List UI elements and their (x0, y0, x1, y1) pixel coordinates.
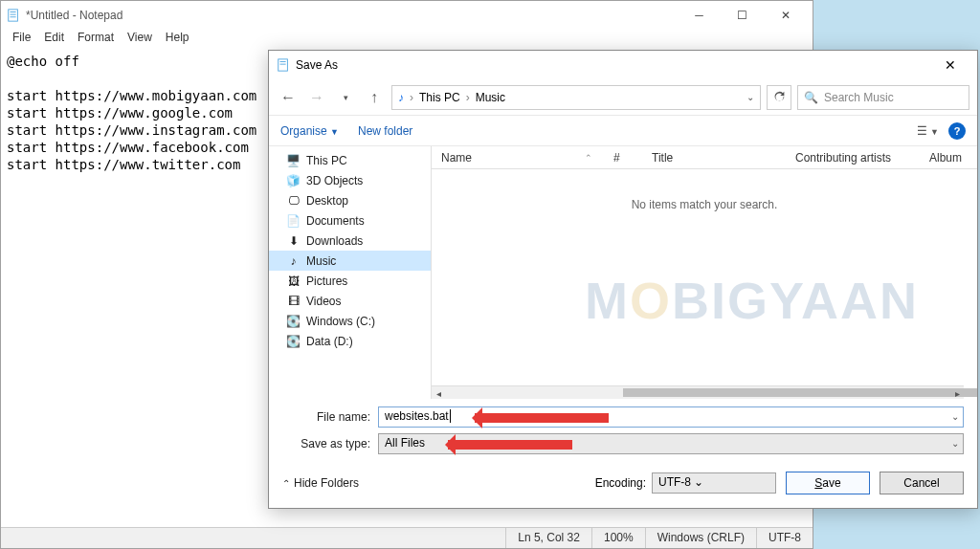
empty-message: No items match your search. (432, 198, 977, 211)
encoding-label: Encoding: (595, 476, 646, 490)
saveas-title: Save As (296, 58, 338, 72)
status-zoom: 100% (591, 528, 645, 548)
save-button[interactable]: Save (786, 472, 870, 494)
nav-forward-button[interactable]: → (305, 86, 328, 109)
notepad-titlebar[interactable]: *Untitled - Notepad ─ ☐ ✕ (1, 1, 813, 30)
breadcrumb-root[interactable]: This PC (419, 91, 460, 104)
minimize-button[interactable]: ─ (678, 1, 721, 30)
scroll-right-icon[interactable]: ▸ (950, 386, 964, 399)
pictures-icon: 🖼 (286, 274, 301, 288)
folder-tree[interactable]: 🖥️This PC🧊3D Objects🖵Desktop📄Documents⬇D… (269, 146, 432, 399)
chevron-up-icon: ⌃ (282, 478, 290, 489)
hide-folders-button[interactable]: ⌃ Hide Folders (282, 476, 359, 490)
scroll-thumb[interactable] (623, 388, 977, 397)
col-artists[interactable]: Contributing artists (786, 151, 920, 165)
tree-item-3d-objects[interactable]: 🧊3D Objects (269, 170, 431, 190)
chevron-down-icon[interactable]: ⌄ (694, 475, 703, 489)
saveas-toolbar: Organise ▼ New folder ☰ ▼ ? (269, 116, 977, 146)
maximize-button[interactable]: ☐ (721, 1, 764, 30)
menu-edit[interactable]: Edit (38, 30, 70, 49)
search-input[interactable]: 🔍 Search Music (797, 85, 969, 110)
saveas-form: File name: websites.bat ⌄ Save as type: … (269, 399, 977, 464)
tree-item-pictures[interactable]: 🖼Pictures (269, 271, 431, 291)
downloads-icon: ⬇ (286, 233, 301, 248)
tree-item-windows-c-[interactable]: 💽Windows (C:) (269, 311, 431, 331)
notepad-title: *Untitled - Notepad (26, 9, 122, 22)
nav-back-button[interactable]: ← (277, 86, 300, 109)
col-number[interactable]: # (604, 151, 642, 165)
menu-help[interactable]: Help (160, 30, 195, 49)
notepad-icon (7, 9, 20, 22)
music-icon: ♪ (398, 91, 404, 104)
menu-view[interactable]: View (122, 30, 158, 49)
tree-item-desktop[interactable]: 🖵Desktop (269, 190, 431, 210)
notepad-icon (277, 58, 290, 72)
chevron-right-icon: › (410, 91, 413, 104)
tree-item-downloads[interactable]: ⬇Downloads (269, 231, 431, 251)
tree-item-label: Downloads (306, 234, 363, 248)
status-eol: Windows (CRLF) (645, 528, 756, 548)
tree-item-label: 3D Objects (306, 174, 363, 187)
help-button[interactable]: ? (948, 122, 966, 140)
tree-item-label: Videos (306, 295, 341, 308)
tree-item-label: Windows (C:) (306, 315, 375, 328)
view-options-button[interactable]: ☰ ▼ (917, 124, 939, 138)
desktop-icon: 🖵 (286, 193, 301, 208)
tree-item-label: Music (306, 254, 336, 268)
close-button[interactable]: ✕ (764, 1, 807, 30)
videos-icon: 🎞 (286, 294, 301, 308)
watermark: MOBIGYAAN (585, 271, 919, 330)
cancel-button[interactable]: Cancel (880, 472, 964, 494)
menu-format[interactable]: Format (72, 30, 120, 49)
encoding-value: UTF-8 (658, 475, 691, 489)
filename-input[interactable]: websites.bat ⌄ (378, 406, 964, 428)
search-icon: 🔍 (804, 91, 818, 104)
tree-item-music[interactable]: ♪Music (269, 251, 431, 271)
chevron-down-icon[interactable]: ⌄ (746, 92, 754, 102)
encoding-select[interactable]: UTF-8 ⌄ (652, 472, 776, 494)
notepad-menu: File Edit Format View Help (1, 30, 813, 49)
saveas-navbar: ← → ▾ ↑ ♪ › This PC › Music ⌄ 🔍 Search M… (269, 79, 977, 116)
tree-item-this-pc[interactable]: 🖥️This PC (269, 150, 431, 170)
new-folder-button[interactable]: New folder (358, 124, 412, 138)
saveas-titlebar[interactable]: Save As ✕ (269, 51, 977, 79)
scroll-left-icon[interactable]: ◂ (432, 386, 445, 399)
col-album[interactable]: Album (920, 151, 971, 165)
saveas-footer: ⌃ Hide Folders Encoding: UTF-8 ⌄ Save Ca… (269, 464, 977, 508)
tree-item-videos[interactable]: 🎞Videos (269, 291, 431, 311)
notepad-statusbar: Ln 5, Col 32 100% Windows (CRLF) UTF-8 (1, 527, 813, 548)
column-headers[interactable]: Name ⌃ # Title Contributing artists Albu… (432, 146, 977, 169)
chevron-down-icon[interactable]: ⌄ (951, 411, 959, 422)
address-bar[interactable]: ♪ › This PC › Music ⌄ (391, 85, 761, 110)
drive-icon: 💽 (286, 314, 301, 328)
col-name[interactable]: Name (432, 151, 575, 165)
saveas-close-button[interactable]: ✕ (931, 51, 969, 79)
horizontal-scrollbar[interactable]: ◂ ▸ (432, 385, 964, 399)
tree-item-label: Pictures (306, 274, 347, 288)
tree-item-label: Documents (306, 214, 365, 228)
tree-item-documents[interactable]: 📄Documents (269, 210, 431, 231)
chevron-down-icon[interactable]: ⌄ (951, 438, 959, 449)
nav-up-button[interactable]: ↑ (363, 86, 386, 109)
tree-item-data-d-[interactable]: 💽Data (D:) (269, 331, 431, 351)
menu-file[interactable]: File (7, 30, 36, 49)
save-as-dialog: Save As ✕ ← → ▾ ↑ ♪ › This PC › Music ⌄ … (268, 50, 978, 509)
breadcrumb-folder[interactable]: Music (476, 91, 505, 104)
col-title[interactable]: Title (642, 151, 786, 165)
refresh-button[interactable] (767, 85, 791, 110)
search-placeholder: Search Music (824, 91, 894, 104)
filename-label: File name: (282, 410, 378, 424)
saveastype-select[interactable]: All Files ⌄ (378, 433, 964, 454)
annotation-arrow (475, 413, 609, 423)
file-list[interactable]: Name ⌃ # Title Contributing artists Albu… (432, 146, 977, 399)
status-position: Ln 5, Col 32 (505, 528, 591, 548)
music-icon: ♪ (286, 253, 301, 268)
documents-icon: 📄 (286, 213, 301, 228)
tree-item-label: Data (D:) (306, 335, 353, 348)
nav-recent-button[interactable]: ▾ (334, 86, 357, 109)
filename-value: websites.bat (385, 409, 449, 423)
hide-folders-label: Hide Folders (294, 476, 359, 490)
status-encoding: UTF-8 (756, 528, 813, 548)
organise-button[interactable]: Organise ▼ (280, 124, 339, 138)
pc-icon: 🖥️ (286, 153, 301, 167)
